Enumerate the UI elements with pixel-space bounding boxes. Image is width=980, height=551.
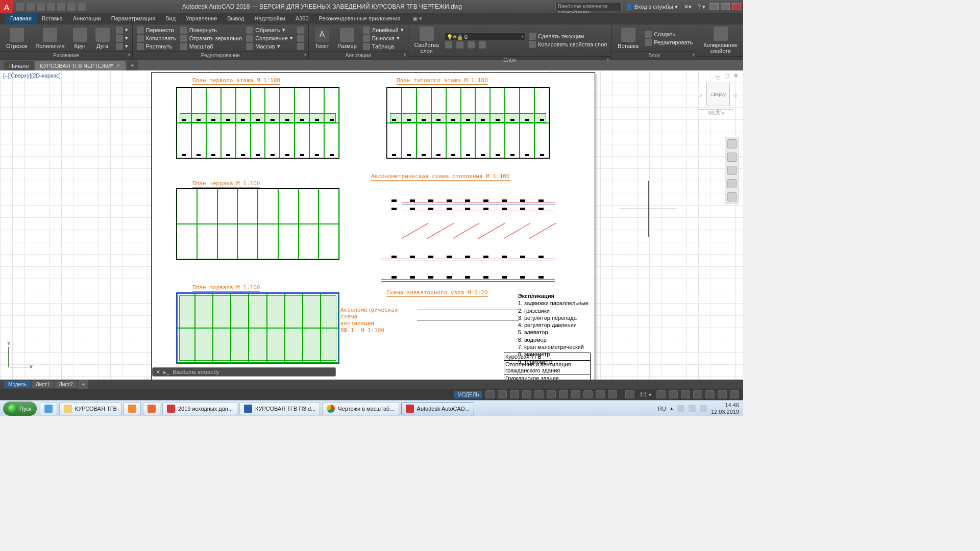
status-lwt-icon[interactable] [583,390,593,398]
nav-showmotion-icon[interactable] [727,192,737,202]
block-create-button[interactable]: Создать [644,31,694,38]
line-button[interactable]: Отрезок [3,27,30,50]
qat-redo-icon[interactable] [78,3,86,11]
circle-button[interactable]: Круг [70,27,90,50]
copy-button[interactable]: Копировать [136,35,177,42]
viewport-label[interactable]: [–][Сверху][2D-каркас] [3,72,61,79]
modify-ext-1[interactable] [296,27,305,34]
tray-lang[interactable]: RU [658,406,666,412]
arc-button[interactable]: Дуга [92,27,113,50]
status-osnap-icon[interactable] [534,390,544,398]
status-annoscale-icon[interactable] [625,390,634,398]
ribbon-tab-home[interactable]: Главная [5,13,37,24]
panel-title-annotation[interactable]: Аннотации [309,52,408,60]
panel-title-properties[interactable]: Свойства [697,56,743,63]
taskbar-item-firefox[interactable] [143,402,160,415]
taskbar-item-word[interactable]: КУРСОВАЯ ТГВ ПЗ.d... [239,402,320,415]
command-line[interactable]: ✕ ▸_ Введите команду [152,367,336,377]
layout-tab-sheet1[interactable]: Лист1 [32,381,54,388]
ribbon-tab-parametric[interactable]: Параметризация [106,13,160,24]
polyline-button[interactable]: Полилиния [32,27,67,50]
linetype-combo[interactable]: — ПоСлою [743,46,743,54]
doc-tab-drawing[interactable]: КУРСОВАЯ ТГВ ЧЕРТЕЖИ*✕ [35,61,125,70]
doc-tab-start[interactable]: Начало [4,61,34,70]
layer-properties-button[interactable]: Свойства слоя [411,26,442,55]
layer-combo[interactable]: 💡❄🔒 0 [444,32,526,40]
help-icon[interactable]: ? ▾ [696,4,707,10]
status-ortho-icon[interactable] [510,390,519,398]
rotate-button[interactable]: Повернуть [179,27,243,34]
fillet-button[interactable]: Сопряжение ▾ [245,35,294,42]
qat-open-icon[interactable] [27,3,35,11]
layer-tool-4[interactable] [478,41,487,48]
viewcube[interactable]: С З В Сверху Ю МСК ▾ [699,76,737,132]
tray-clock[interactable]: 14:4612.03.2019 [711,402,739,414]
panel-title-modify[interactable]: Редактирование [133,52,308,60]
status-scale[interactable]: 1:1 ▾ [638,391,653,397]
ribbon-tab-featured[interactable]: Рекомендованные приложения [314,13,406,24]
ribbon-tab-view[interactable]: Вид [160,13,181,24]
status-otrack-icon[interactable] [559,390,568,398]
taskbar-item-wmp[interactable] [124,402,141,415]
taskbar-item-ie[interactable] [40,402,57,415]
layout-tab-add[interactable]: ＋ [78,380,88,389]
taskbar-item-autocad[interactable]: Autodesk AutoCAD... [401,402,474,415]
qat-saveas-icon[interactable] [47,3,55,11]
status-model-button[interactable]: МОДЕЛЬ [454,391,482,398]
array-button[interactable]: Массив ▾ [245,43,294,50]
nav-zoom-icon[interactable] [727,166,737,175]
ribbon-tab-addins[interactable]: Надстройки [250,13,290,24]
ribbon-tab-manage[interactable]: Управление [181,13,222,24]
scale-button[interactable]: Масштаб [179,43,243,50]
dimension-button[interactable]: Размер [334,27,360,50]
ribbon-tab-annotate[interactable]: Аннотации [68,13,106,24]
viewcube-wcs[interactable]: МСК ▾ [699,109,733,120]
nav-fullnav-icon[interactable] [727,139,737,148]
mirror-button[interactable]: Отразить зеркально [179,35,243,42]
lineweight-combo[interactable]: — ПоСлою [743,36,743,44]
taskbar-item-explorer[interactable]: КУРСОВАЯ ТГВ [59,402,121,415]
close-tab-icon[interactable]: ✕ [116,63,120,68]
status-monitor-icon[interactable] [681,390,690,398]
qat-save-icon[interactable] [37,3,45,11]
linear-dim-button[interactable]: Линейный ▾ [362,27,405,34]
status-dyn-icon[interactable] [571,390,580,398]
nav-pan-icon[interactable] [727,153,737,162]
window-restore-button[interactable] [721,3,730,10]
leader-button[interactable]: Выноска ▾ [362,35,405,42]
tray-flag-icon[interactable] [700,405,707,412]
color-picker-icon[interactable] [743,27,743,35]
draw-ext-1[interactable]: ▾ [115,27,129,34]
window-close-button[interactable] [732,3,741,10]
status-grid-icon[interactable] [485,390,495,398]
modify-ext-3[interactable] [296,43,305,50]
panel-title-block[interactable]: Блок [611,52,697,60]
draw-ext-2[interactable]: ▾ [115,35,129,42]
stretch-button[interactable]: Растянуть [136,43,177,50]
qat-plot-icon[interactable] [57,3,65,11]
tray-show-hidden-icon[interactable]: ▴ [670,405,673,412]
move-button[interactable]: Перенести [136,27,177,34]
status-transparency-icon[interactable] [596,390,605,398]
status-cleanscreen-icon[interactable] [718,390,727,398]
modify-ext-2[interactable] [296,35,305,42]
status-snap-icon[interactable] [498,390,507,398]
taskbar-item-pdf[interactable]: 2019 исходных дан... [162,402,237,415]
start-button[interactable]: Пуск [3,402,37,416]
match-layer-button[interactable]: Копировать свойства слоя [528,41,608,48]
viewcube-face-top[interactable]: Сверху [706,83,730,106]
status-workspace-icon[interactable] [669,390,678,398]
status-isolate-icon[interactable] [693,390,702,398]
qat-new-icon[interactable] [16,3,24,11]
status-3dosnap-icon[interactable] [547,390,556,398]
panel-title-draw[interactable]: Рисование [0,52,132,60]
layer-tool-3[interactable] [467,41,476,48]
text-button[interactable]: AТекст [312,27,332,50]
status-hardware-icon[interactable] [705,390,715,398]
block-insert-button[interactable]: Вставка [615,27,642,50]
table-button[interactable]: Таблица [362,43,405,50]
app-logo[interactable]: A [0,0,13,13]
layer-tool-1[interactable] [444,41,453,48]
doc-tab-new[interactable]: ＋ [127,60,138,70]
trim-button[interactable]: Обрезать ▾ [245,27,294,34]
